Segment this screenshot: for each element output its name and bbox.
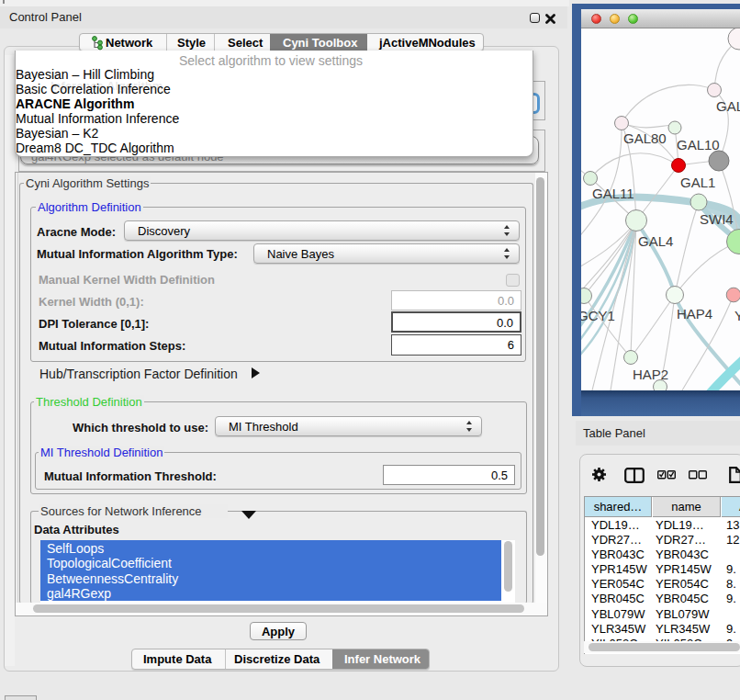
svg-text:GAL1: GAL1	[680, 175, 715, 190]
svg-text:GAL11: GAL11	[592, 186, 634, 201]
svg-text:GCY1: GCY1	[581, 308, 615, 323]
svg-text:SWI4: SWI4	[700, 211, 734, 227]
svg-text:Y: Y	[734, 308, 740, 323]
svg-text:GAL10: GAL10	[677, 137, 720, 152]
svg-text:HAP4: HAP4	[677, 306, 712, 322]
svg-text:GAL4: GAL4	[638, 233, 673, 249]
svg-text:HAP2: HAP2	[633, 367, 668, 382]
svg-text:GAL80: GAL80	[623, 130, 667, 146]
svg-text:GAL: GAL	[716, 98, 740, 114]
